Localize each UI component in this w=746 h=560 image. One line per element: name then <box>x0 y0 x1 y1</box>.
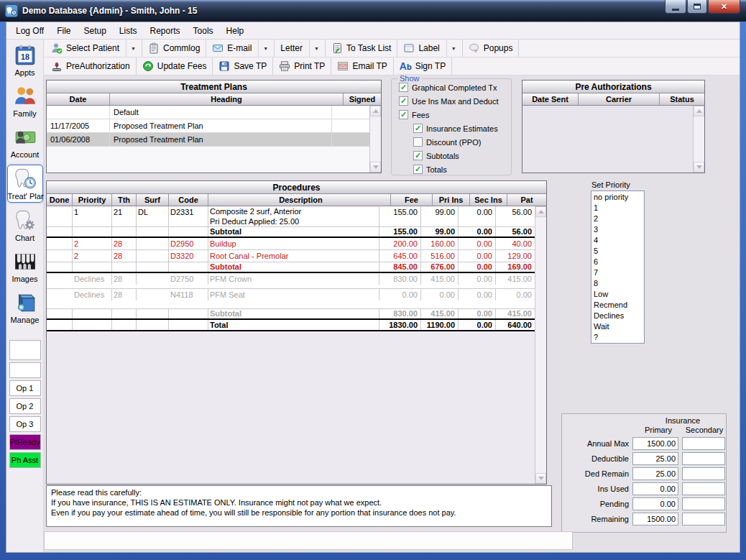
status-phasst-button[interactable]: Ph Asst <box>9 452 41 468</box>
checkbox-insurance-estimates[interactable]: ✓ Insurance Estimates <box>413 123 511 134</box>
annual-max-secondary-field[interactable] <box>682 437 725 450</box>
dropdown-arrow-icon[interactable]: ▼ <box>258 40 268 57</box>
pre-authorizations-scrollbar[interactable] <box>693 106 704 173</box>
sidebar-item-appts[interactable]: 18 Appts <box>7 42 43 78</box>
label-button[interactable]: Label ▼ <box>397 40 462 57</box>
priority-option[interactable]: 3 <box>594 224 644 235</box>
dropdown-arrow-icon[interactable]: ▼ <box>309 40 319 57</box>
treatment-plans-scrollbar[interactable] <box>369 106 381 173</box>
ded-remain-secondary-field[interactable] <box>682 467 725 480</box>
scroll-up-button[interactable] <box>535 206 546 217</box>
status-ptready-button[interactable]: PtReady <box>9 434 41 450</box>
select-patient-icon <box>51 42 63 54</box>
priority-option[interactable]: 6 <box>594 257 644 267</box>
scroll-up-button[interactable] <box>694 106 704 116</box>
operatory-cell-empty[interactable] <box>9 362 41 378</box>
priority-option[interactable]: Wait <box>594 321 644 332</box>
cell-sec-ins: 0.00 <box>459 320 496 330</box>
menu-help[interactable]: Help <box>220 24 251 38</box>
op-button-1[interactable]: Op 1 <box>9 380 41 396</box>
menu-log-off[interactable]: Log Off <box>9 24 50 38</box>
sidebar-item-chart[interactable]: Chart <box>7 207 43 244</box>
ins-used-primary-field[interactable]: 0.00 <box>632 482 678 495</box>
scroll-down-button[interactable] <box>370 162 381 173</box>
treatment-plan-row[interactable]: Default <box>47 106 369 119</box>
treatment-plan-row[interactable]: 11/17/2005 Proposed Treatment Plan <box>47 119 369 133</box>
arrow-up-icon <box>373 109 379 113</box>
menu-reports[interactable]: Reports <box>144 24 187 38</box>
priority-option[interactable]: 2 <box>594 214 644 224</box>
procedure-row[interactable]: 2 28 D2950 Buildup 200.00 160.00 0.00 40… <box>47 238 535 250</box>
procedure-row[interactable]: Declines 28 D2750 PFM Crown 830.00 415.0… <box>47 273 535 289</box>
sidebar-item-manage[interactable]: Manage <box>7 289 43 326</box>
maximize-button[interactable] <box>687 0 707 14</box>
priority-option[interactable]: Recmend <box>594 300 644 311</box>
dropdown-arrow-icon[interactable]: ▼ <box>126 40 136 57</box>
checkbox-use-ins-max-and-deduct[interactable]: ✓ Use Ins Max and Deduct <box>399 96 511 106</box>
dropdown-arrow-icon[interactable]: ▼ <box>446 40 456 57</box>
priority-option[interactable]: 5 <box>594 246 644 257</box>
sidebar-item-images[interactable]: Images <box>7 248 43 285</box>
to-task-list-button[interactable]: To Task List <box>326 40 397 57</box>
commlog-button[interactable]: Commlog <box>142 40 206 57</box>
scroll-up-button[interactable] <box>370 106 381 116</box>
checkbox-graphical-completed-tx[interactable]: ✓ Graphical Completed Tx <box>399 82 511 93</box>
priority-option[interactable]: 8 <box>594 278 644 289</box>
save-tp-button[interactable]: Save TP <box>213 58 273 75</box>
operatory-cell-empty[interactable] <box>9 340 41 360</box>
sidebar-item-treat-plan[interactable]: Treat' Plan <box>7 165 43 203</box>
checkbox-fees[interactable]: ✓ Fees <box>399 109 511 120</box>
checkbox-subtotals[interactable]: ✓ Subtotals <box>413 150 511 161</box>
procedure-row[interactable]: 2 28 D3320 Root Canal - Premolar 645.00 … <box>47 250 535 262</box>
update-fees-button[interactable]: Update Fees <box>137 58 213 75</box>
priority-option[interactable]: Low <box>594 289 644 300</box>
remaining-secondary-field[interactable] <box>682 513 725 525</box>
menu-lists[interactable]: Lists <box>113 24 144 38</box>
close-button[interactable]: ✕ <box>708 0 740 14</box>
priority-option[interactable]: Declines <box>594 311 644 321</box>
select-patient-button[interactable]: Select Patient ▼ <box>45 40 142 57</box>
pending-secondary-field[interactable] <box>682 497 725 510</box>
ins-used-secondary-field[interactable] <box>682 482 725 495</box>
priority-option[interactable]: ? <box>594 332 644 343</box>
popups-button[interactable]: Popups <box>463 40 520 57</box>
scroll-down-button[interactable] <box>694 162 704 173</box>
minimize-button[interactable] <box>665 0 686 14</box>
deductible-primary-field[interactable]: 25.00 <box>632 452 678 465</box>
op-button-2[interactable]: Op 2 <box>9 398 41 414</box>
pending-primary-field[interactable]: 0.00 <box>632 497 678 510</box>
priority-option[interactable]: no priority <box>594 192 644 203</box>
annual-max-primary-field[interactable]: 1500.00 <box>632 437 678 450</box>
procedures-scrollbar[interactable] <box>535 206 546 484</box>
scroll-down-button[interactable] <box>535 473 546 484</box>
preauthorization-button[interactable]: PreAuthorization <box>45 58 137 75</box>
sidebar-item-family[interactable]: Family <box>7 83 43 119</box>
set-priority-list[interactable]: no priority 1 2 3 4 5 6 7 8 Low Recmend … <box>591 191 645 344</box>
sidebar-item-label: Family <box>7 109 43 118</box>
procedure-row[interactable]: 1 21 DL D2331 Composite 2 surf, Anterior… <box>47 206 535 227</box>
letter-button[interactable]: Letter ▼ <box>275 40 326 57</box>
email-button[interactable]: E-mail ▼ <box>206 40 275 57</box>
cell-signed <box>332 119 369 132</box>
deductible-secondary-field[interactable] <box>682 452 725 465</box>
checkbox-totals[interactable]: ✓ Totals <box>413 164 511 175</box>
sidebar-item-account[interactable]: Account <box>7 124 43 160</box>
procedure-row[interactable]: Declines 28 N4118 PFM Seat 0.00 0.00 0.0… <box>47 289 535 309</box>
treatment-plan-row[interactable]: 01/06/2008 Proposed Treatment Plan <box>47 133 369 147</box>
sign-tp-button[interactable]: Ab Sign TP <box>394 58 452 75</box>
priority-option[interactable]: 4 <box>594 235 644 246</box>
priority-option[interactable]: 1 <box>594 203 644 214</box>
remaining-primary-field[interactable]: 1500.00 <box>632 513 678 525</box>
op-button-3[interactable]: Op 3 <box>9 416 41 432</box>
print-tp-button[interactable]: Print TP <box>273 58 331 75</box>
cell-pri-ins: 516.00 <box>421 250 459 262</box>
update-fees-icon <box>142 60 154 72</box>
button-label: E-mail <box>227 43 252 53</box>
email-tp-button[interactable]: Email TP <box>331 58 393 75</box>
ded-remain-primary-field[interactable]: 25.00 <box>632 467 678 480</box>
priority-option[interactable]: 7 <box>594 267 644 278</box>
menu-file[interactable]: File <box>50 24 77 38</box>
checkbox-discount-ppo[interactable]: ✓ Discount (PPO) <box>413 137 511 147</box>
menu-setup[interactable]: Setup <box>77 24 112 38</box>
menu-tools[interactable]: Tools <box>187 24 220 38</box>
